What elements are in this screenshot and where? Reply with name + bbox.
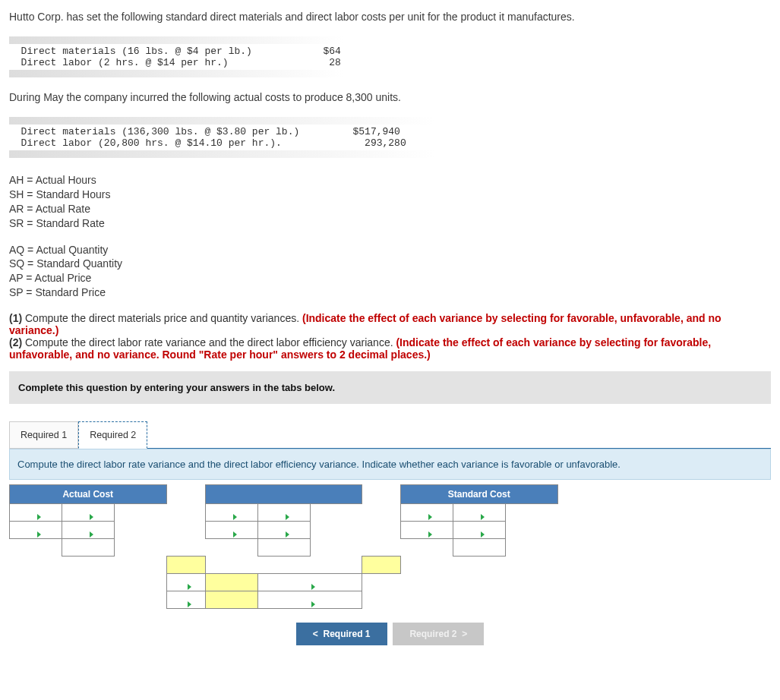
ac-rate-val[interactable] — [62, 522, 115, 539]
definitions-group-1: AH = Actual Hours SH = Standard Hours AR… — [9, 173, 771, 231]
efficiency-variance-label[interactable] — [362, 557, 401, 574]
variance-table: Actual Cost Standard Cost — [9, 484, 558, 609]
rate-variance-amt[interactable] — [166, 574, 205, 591]
mid-rate[interactable] — [257, 504, 310, 522]
divider — [9, 70, 343, 77]
rate-variance-amt2[interactable] — [166, 591, 205, 609]
tab-required-2[interactable]: Required 2 — [78, 421, 147, 449]
header-standard-cost: Standard Cost — [401, 485, 558, 504]
rate-variance-fav2[interactable] — [205, 591, 257, 609]
prev-button[interactable]: < Required 1 — [296, 623, 387, 645]
divider — [9, 117, 434, 125]
complete-instruction-bar: Complete this question by entering your … — [9, 371, 771, 404]
intro-text: Hutto Corp. has set the following standa… — [9, 11, 771, 23]
sc-qty-val[interactable] — [401, 522, 453, 539]
divider — [9, 36, 343, 44]
mid-total[interactable] — [257, 539, 310, 557]
header-middle — [205, 485, 362, 504]
divider — [9, 150, 434, 158]
tab-required-1[interactable]: Required 1 — [9, 421, 78, 449]
sc-total[interactable] — [453, 539, 506, 557]
during-text: During May the company incurred the foll… — [9, 91, 771, 103]
definitions-group-2: AQ = Actual Quantity SQ = Standard Quant… — [9, 243, 771, 301]
tab-strip: Required 1Required 2 — [9, 421, 771, 448]
mid-qty-val[interactable] — [205, 522, 257, 539]
eff-variance-amt-a[interactable] — [257, 574, 362, 591]
ac-total[interactable] — [62, 539, 115, 557]
question-instructions: (1) Compute the direct materials price a… — [9, 312, 771, 361]
mid-qty[interactable] — [205, 504, 257, 522]
rate-variance-fav[interactable] — [205, 574, 257, 591]
chevron-right-icon: > — [462, 629, 467, 639]
panel-instruction: Compute the direct labor rate variance a… — [9, 449, 771, 480]
chevron-left-icon: < — [313, 629, 318, 639]
actual-cost-block: Direct materials (136,300 lbs. @ $3.80 p… — [9, 126, 771, 149]
sc-qty[interactable] — [401, 504, 453, 522]
standard-cost-block: Direct materials (16 lbs. @ $4 per lb.) … — [9, 46, 771, 68]
eff-variance-amt-b[interactable] — [257, 591, 362, 609]
mid-rate-val[interactable] — [257, 522, 310, 539]
ac-rate[interactable] — [62, 504, 115, 522]
next-button[interactable]: Required 2 > — [393, 623, 484, 645]
header-actual-cost: Actual Cost — [10, 485, 167, 504]
sc-rate-val[interactable] — [453, 522, 506, 539]
sc-rate[interactable] — [453, 504, 506, 522]
ac-qty[interactable] — [10, 504, 62, 522]
ac-qty-val[interactable] — [10, 522, 62, 539]
rate-variance-label[interactable] — [166, 557, 205, 574]
